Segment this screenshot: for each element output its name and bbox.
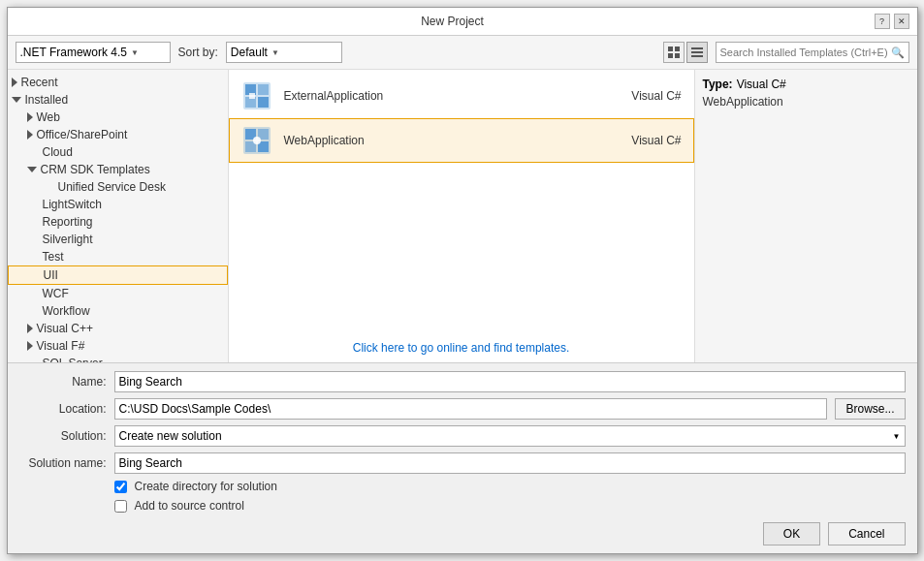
- solution-arrow: ▼: [893, 432, 901, 441]
- vf-arrow: [27, 341, 33, 351]
- office-label: Office/SharePoint: [37, 128, 128, 141]
- web-arrow: [27, 112, 33, 122]
- svg-rect-9: [258, 84, 269, 95]
- create-dir-checkbox[interactable]: [114, 481, 127, 493]
- sidebar-item-test[interactable]: Test: [8, 248, 228, 265]
- search-box: 🔍: [716, 42, 909, 63]
- browse-button[interactable]: Browse...: [835, 398, 905, 420]
- recent-arrow: [12, 78, 17, 87]
- svg-rect-6: [691, 55, 703, 57]
- help-button[interactable]: ?: [875, 14, 890, 29]
- sort-label: Sort by:: [178, 46, 218, 59]
- sidebar-item-workflow[interactable]: Workflow: [8, 302, 228, 320]
- svg-rect-1: [675, 47, 680, 51]
- svg-rect-3: [675, 53, 680, 58]
- sidebar-item-visual-cpp[interactable]: Visual C++: [8, 320, 228, 337]
- solution-dropdown[interactable]: Create new solution ▼: [114, 425, 906, 447]
- template-item-external-app[interactable]: ExternalApplication Visual C#: [229, 74, 694, 118]
- lightswitch-label: LightSwitch: [43, 198, 102, 211]
- sidebar-item-sql[interactable]: SQL Server: [8, 355, 228, 362]
- sidebar-item-crm[interactable]: CRM SDK Templates: [8, 161, 228, 178]
- sidebar-item-visual-f[interactable]: Visual F#: [8, 337, 228, 355]
- name-input[interactable]: [114, 371, 906, 392]
- main-content: Recent Installed Web Office/SharePoint C…: [8, 70, 917, 362]
- framework-dropdown[interactable]: .NET Framework 4.5 ▼: [16, 42, 171, 63]
- sidebar-item-cloud[interactable]: Cloud: [8, 143, 228, 161]
- online-templates-link[interactable]: Click here to go online and find templat…: [229, 333, 694, 362]
- new-project-dialog: New Project ? ✕ .NET Framework 4.5 ▼ Sor…: [7, 7, 918, 554]
- bottom-form: Name: Location: Browse... Solution: Crea…: [8, 362, 917, 553]
- title-bar: New Project ? ✕: [8, 8, 917, 36]
- add-source-checkbox[interactable]: [114, 500, 127, 513]
- description-text: WebApplication: [703, 95, 909, 109]
- svg-rect-0: [668, 47, 673, 51]
- sidebar-item-uii[interactable]: UII: [8, 265, 228, 285]
- crm-arrow: [27, 167, 37, 172]
- title-controls: ? ✕: [875, 14, 909, 29]
- sidebar-item-office[interactable]: Office/SharePoint: [8, 126, 228, 143]
- solution-name-label: Solution name:: [19, 456, 107, 470]
- add-source-row: Add to source control: [114, 499, 906, 513]
- toolbar: .NET Framework 4.5 ▼ Sort by: Default ▼: [8, 36, 917, 70]
- location-input[interactable]: [114, 398, 828, 420]
- grid-view-button[interactable]: [663, 42, 685, 63]
- solution-row: Solution: Create new solution ▼: [19, 425, 906, 447]
- button-row: OK Cancel: [19, 518, 906, 545]
- external-app-name: ExternalApplication: [284, 89, 384, 103]
- sidebar-item-silverlight[interactable]: Silverlight: [8, 231, 228, 248]
- cancel-button[interactable]: Cancel: [828, 522, 905, 545]
- test-label: Test: [43, 250, 64, 264]
- solution-label: Solution:: [19, 429, 107, 443]
- framework-arrow: ▼: [131, 48, 139, 57]
- type-value: Visual C#: [737, 78, 786, 91]
- usd-label: Unified Service Desk: [58, 180, 166, 194]
- external-app-type: Visual C#: [631, 89, 681, 103]
- crm-label: CRM SDK Templates: [41, 163, 150, 176]
- create-dir-label: Create directory for solution: [135, 480, 277, 493]
- cloud-label: Cloud: [43, 145, 73, 159]
- sort-arrow: ▼: [271, 48, 279, 57]
- solution-value: Create new solution: [119, 429, 222, 443]
- sidebar-item-reporting[interactable]: Reporting: [8, 213, 228, 231]
- svg-rect-11: [258, 97, 269, 108]
- wcf-label: WCF: [43, 287, 69, 300]
- web-app-info: WebApplication: [284, 134, 621, 147]
- vcpp-arrow: [27, 324, 33, 333]
- sidebar-item-wcf[interactable]: WCF: [8, 285, 228, 302]
- sidebar-item-web[interactable]: Web: [8, 109, 228, 126]
- list-view-button[interactable]: [686, 42, 708, 63]
- silverlight-label: Silverlight: [43, 233, 93, 246]
- type-label: Type:: [703, 78, 733, 91]
- solution-name-row: Solution name:: [19, 452, 906, 474]
- sidebar-item-lightswitch[interactable]: LightSwitch: [8, 196, 228, 213]
- add-source-label: Add to source control: [135, 499, 244, 513]
- reporting-label: Reporting: [43, 215, 93, 229]
- view-buttons: [663, 42, 708, 63]
- sidebar-item-usd[interactable]: Unified Service Desk: [8, 178, 228, 196]
- search-input[interactable]: [720, 47, 887, 58]
- installed-label: Installed: [25, 93, 69, 107]
- create-dir-row: Create directory for solution: [114, 480, 906, 493]
- sidebar-item-installed[interactable]: Installed: [8, 91, 228, 109]
- location-row: Location: Browse...: [19, 398, 906, 420]
- sidebar-item-recent[interactable]: Recent: [8, 74, 228, 91]
- external-app-icon: [241, 80, 272, 111]
- sidebar: Recent Installed Web Office/SharePoint C…: [8, 70, 229, 362]
- search-icon: 🔍: [891, 47, 905, 59]
- svg-rect-2: [668, 53, 673, 58]
- external-app-info: ExternalApplication: [284, 89, 621, 103]
- sort-value: Default: [231, 46, 268, 59]
- dialog-title: New Project: [31, 15, 875, 28]
- vf-label: Visual F#: [37, 339, 85, 353]
- framework-select-group: .NET Framework 4.5 ▼: [16, 42, 171, 63]
- name-row: Name:: [19, 371, 906, 392]
- solution-name-input[interactable]: [114, 452, 906, 474]
- web-label: Web: [37, 110, 60, 124]
- sort-dropdown[interactable]: Default ▼: [226, 42, 342, 63]
- close-button[interactable]: ✕: [894, 14, 909, 29]
- template-item-web-app[interactable]: WebApplication Visual C#: [229, 118, 694, 163]
- ok-button[interactable]: OK: [763, 522, 820, 545]
- svg-rect-4: [691, 47, 703, 49]
- template-panel: ExternalApplication Visual C#: [229, 70, 694, 362]
- workflow-label: Workflow: [43, 304, 90, 318]
